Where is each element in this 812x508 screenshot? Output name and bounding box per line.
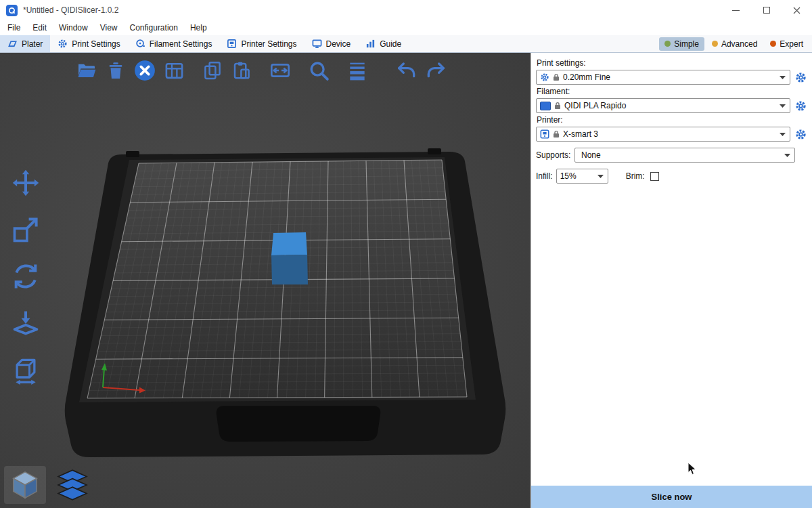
split-button[interactable] — [267, 57, 294, 84]
infill-value: 15% — [560, 171, 594, 181]
printer-gear-button[interactable] — [794, 128, 807, 140]
gear-icon — [795, 100, 807, 112]
lock-icon — [554, 102, 561, 110]
arrange-button[interactable] — [160, 57, 187, 84]
infill-label: Infill: — [536, 171, 553, 181]
printer-combo[interactable]: X-smart 3 — [536, 127, 790, 142]
variable-layer-height-icon — [346, 60, 368, 81]
tab-filament-settings[interactable]: Filament Settings — [128, 35, 220, 52]
3d-viewport[interactable] — [0, 53, 531, 508]
tab-printer-settings[interactable]: Printer Settings — [219, 35, 304, 52]
mode-simple[interactable]: Simple — [659, 37, 704, 51]
printer-icon — [227, 39, 237, 49]
move-button[interactable] — [7, 164, 45, 202]
chevron-down-icon — [597, 175, 604, 178]
view-layers-button[interactable] — [51, 466, 93, 504]
filament-value: QIDI PLA Rapido — [564, 101, 776, 110]
plate-handle — [217, 406, 381, 442]
filament-icon — [135, 39, 145, 49]
rotate-icon — [11, 261, 41, 291]
tab-label: Print Settings — [72, 39, 120, 49]
copy-icon — [202, 60, 223, 81]
search-button[interactable] — [305, 57, 332, 84]
tabbar: Plater Print Settings Filament Settings … — [0, 35, 812, 53]
chevron-down-icon — [780, 104, 786, 108]
minimize-icon — [732, 10, 740, 11]
open-button[interactable] — [73, 57, 100, 84]
undo-button[interactable] — [393, 57, 420, 84]
expert-mode-dot-icon — [770, 41, 776, 47]
printer-label: Printer: — [537, 115, 807, 125]
menu-file[interactable]: File — [1, 21, 26, 35]
tab-plater[interactable]: Plater — [0, 35, 50, 52]
menu-window[interactable]: Window — [53, 21, 94, 35]
settings-panel: Print settings: 0.20mm Fine Filament: QI… — [531, 53, 812, 508]
scale-icon — [11, 215, 41, 245]
tab-label: Guide — [380, 39, 401, 49]
simple-mode-dot-icon — [664, 41, 671, 47]
gear-icon — [795, 72, 807, 83]
device-icon — [312, 39, 322, 49]
gizmo-toolbar — [7, 164, 45, 389]
mode-label: Expert — [780, 39, 803, 49]
menu-configuration[interactable]: Configuration — [124, 21, 184, 35]
close-button[interactable] — [782, 0, 812, 20]
tab-label: Filament Settings — [150, 39, 212, 49]
infill-combo[interactable]: 15% — [556, 169, 608, 184]
view-3d-button[interactable] — [4, 466, 46, 504]
build-plate-scene — [0, 53, 531, 508]
delete-all-button[interactable] — [131, 57, 158, 84]
filament-gear-button[interactable] — [794, 100, 807, 112]
variable-layer-height-button[interactable] — [344, 57, 371, 84]
maximize-button[interactable] — [751, 0, 782, 20]
tab-device[interactable]: Device — [304, 35, 359, 52]
delete-button[interactable] — [102, 57, 129, 84]
mode-advanced[interactable]: Advanced — [706, 37, 763, 51]
tab-print-settings[interactable]: Print Settings — [50, 35, 127, 52]
view-switcher — [4, 466, 93, 504]
lock-icon — [553, 73, 560, 81]
menu-help[interactable]: Help — [184, 21, 213, 35]
print-settings-label: Print settings: — [537, 58, 807, 68]
filament-color-swatch — [540, 102, 551, 110]
copy-button[interactable] — [199, 57, 226, 84]
tab-guide[interactable]: Guide — [358, 35, 409, 52]
mode-label: Advanced — [721, 39, 757, 49]
advanced-mode-dot-icon — [712, 41, 718, 47]
open-folder-icon — [76, 60, 97, 81]
arrange-icon — [164, 60, 185, 81]
gear-icon — [58, 39, 68, 49]
plater-icon — [7, 39, 18, 49]
gear-icon — [540, 72, 549, 82]
supports-combo[interactable]: None — [574, 148, 795, 163]
mouse-cursor — [687, 462, 697, 475]
redo-button[interactable] — [422, 57, 449, 84]
place-on-face-button[interactable] — [7, 304, 45, 342]
brim-checkbox[interactable] — [650, 172, 659, 181]
mode-label: Simple — [674, 39, 699, 49]
menu-view[interactable]: View — [94, 21, 124, 35]
supports-label: Supports: — [536, 150, 574, 160]
filament-combo[interactable]: QIDI PLA Rapido — [536, 98, 790, 113]
filament-label: Filament: — [537, 87, 807, 96]
app-logo-icon — [6, 5, 18, 16]
menu-edit[interactable]: Edit — [26, 21, 53, 35]
gear-icon — [795, 129, 807, 140]
tab-label: Plater — [22, 39, 43, 49]
split-icon — [269, 60, 291, 81]
slice-now-button[interactable]: Slice now — [531, 486, 812, 508]
rotate-button[interactable] — [7, 257, 45, 295]
print-settings-gear-button[interactable] — [794, 71, 807, 83]
tab-label: Device — [326, 39, 351, 49]
measure-button[interactable] — [7, 351, 45, 389]
printer-value: X-smart 3 — [563, 129, 776, 139]
mode-expert[interactable]: Expert — [765, 37, 809, 51]
paste-button[interactable] — [228, 57, 255, 84]
model-object[interactable] — [271, 232, 308, 284]
window-title: *Untitled - QIDISlicer-1.0.2 — [23, 5, 118, 15]
print-settings-combo[interactable]: 0.20mm Fine — [536, 70, 790, 85]
print-settings-value: 0.20mm Fine — [563, 72, 776, 82]
minimize-button[interactable] — [721, 0, 751, 20]
delete-icon — [106, 60, 126, 81]
scale-button[interactable] — [7, 211, 45, 249]
